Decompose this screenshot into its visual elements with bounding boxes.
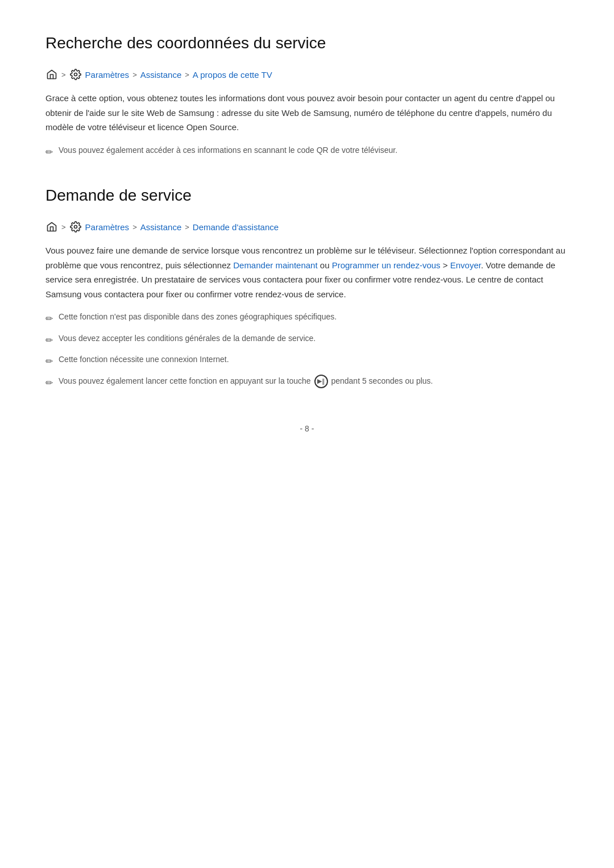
breadcrumb-assistance-s1[interactable]: Assistance xyxy=(140,70,182,80)
section2-note3: ✏ Cette fonction nécessite une connexion… xyxy=(45,353,569,369)
play-pause-icon: ▶‖ xyxy=(314,375,328,388)
breadcrumb-sep6: > xyxy=(185,223,189,231)
section1-note: ✏ Vous pouvez également accéder à ces in… xyxy=(45,144,569,160)
section2-note1: ✏ Cette fonction n'est pas disponible da… xyxy=(45,310,569,326)
breadcrumb-parametres-s2[interactable]: Paramètres xyxy=(85,222,130,232)
section2-note3-text: Cette fonction nécessite une connexion I… xyxy=(59,353,229,366)
section2-body-part3: > xyxy=(441,260,450,270)
section2-link2[interactable]: Programmer un rendez-vous xyxy=(332,260,441,270)
section2-body: Vous pouvez faire une demande de service… xyxy=(45,243,569,301)
section2-note2: ✏ Vous devez accepter les conditions gén… xyxy=(45,332,569,348)
section2-note1-text: Cette fonction n'est pas disponible dans… xyxy=(59,310,337,323)
section2-note4-text: Vous pouvez également lancer cette fonct… xyxy=(59,375,433,388)
breadcrumb-sep3: > xyxy=(185,70,189,79)
section2-link1[interactable]: Demander maintenant xyxy=(233,260,317,270)
svg-point-1 xyxy=(74,226,77,229)
breadcrumb-parametres-s1[interactable]: Paramètres xyxy=(85,70,130,80)
home-icon xyxy=(45,68,58,81)
pencil-icon-s2n2: ✏ xyxy=(45,333,53,348)
section2-note4-prefix: Vous pouvez également lancer cette fonct… xyxy=(59,376,311,385)
breadcrumb-sep5: > xyxy=(132,223,137,231)
page-footer: - 8 - xyxy=(45,424,569,433)
pencil-icon-s2n3: ✏ xyxy=(45,354,53,369)
section2-body-part2: ou xyxy=(318,260,332,270)
section2-title: Demande de service xyxy=(45,186,569,209)
pencil-icon-s1: ✏ xyxy=(45,145,53,160)
section1-title: Recherche des coordonnées du service xyxy=(45,34,569,57)
section2-note4: ✏ Vous pouvez également lancer cette fon… xyxy=(45,375,569,391)
home-icon-s2 xyxy=(45,221,58,233)
breadcrumb-sep4: > xyxy=(61,223,66,231)
section1-body: Grace à cette option, vous obtenez toute… xyxy=(45,91,569,135)
gear-icon-s2 xyxy=(69,221,82,233)
pencil-icon-s2n1: ✏ xyxy=(45,312,53,326)
breadcrumb-sep1: > xyxy=(61,70,66,79)
section1-note-text: Vous pouvez également accéder à ces info… xyxy=(59,144,397,156)
pencil-icon-s2n4: ✏ xyxy=(45,376,53,391)
page-number: - 8 - xyxy=(300,424,314,433)
section-demande-service: Demande de service > Paramètres > Assist… xyxy=(45,186,569,390)
breadcrumb-apropos[interactable]: A propos de cette TV xyxy=(193,70,272,80)
breadcrumb-sep2: > xyxy=(132,70,137,79)
section2-note2-text: Vous devez accepter les conditions génér… xyxy=(59,332,316,344)
section2-note4-suffix: pendant 5 secondes ou plus. xyxy=(331,376,433,385)
section2-link3[interactable]: Envoyer xyxy=(450,260,481,270)
gear-icon-s1 xyxy=(69,68,82,81)
section-coordonnees: Recherche des coordonnées du service > P… xyxy=(45,34,569,159)
breadcrumb-section2: > Paramètres > Assistance > Demande d'as… xyxy=(45,221,569,233)
svg-point-0 xyxy=(74,73,77,76)
breadcrumb-section1: > Paramètres > Assistance > A propos de … xyxy=(45,68,569,81)
breadcrumb-demande[interactable]: Demande d'assistance xyxy=(193,222,279,232)
breadcrumb-assistance-s2[interactable]: Assistance xyxy=(140,222,182,232)
